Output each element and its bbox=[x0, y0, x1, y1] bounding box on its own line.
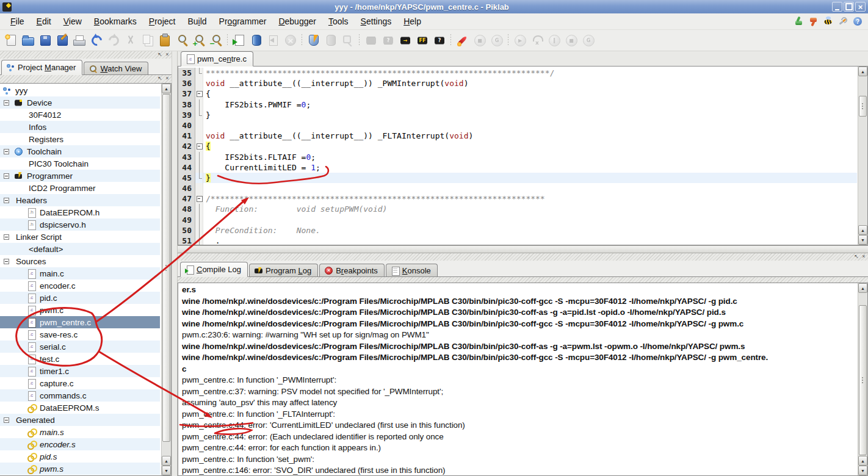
stop-operations-button[interactable] bbox=[282, 32, 299, 49]
tree-item-encoder-c[interactable]: encoder.c bbox=[0, 279, 160, 292]
dock-float-icon[interactable]: ↖ bbox=[157, 51, 163, 58]
compile-file-button[interactable] bbox=[231, 32, 248, 49]
print-button[interactable] bbox=[71, 32, 88, 49]
tree-item-headers[interactable]: Headers bbox=[0, 194, 160, 206]
menu-edit[interactable]: Edit bbox=[31, 15, 57, 28]
tree-item-pid-s[interactable]: pid.s bbox=[0, 450, 160, 463]
scroll-up-icon[interactable]: ▲ bbox=[858, 456, 867, 466]
dock-handle[interactable]: ↖ × bbox=[178, 253, 868, 261]
tree-scrollbar[interactable]: ▲ ▲ ▼ bbox=[161, 84, 171, 475]
tree-item-main-s[interactable]: main.s bbox=[0, 426, 160, 438]
tab-watch-view[interactable]: Watch View bbox=[84, 62, 148, 74]
menu-programmer[interactable]: Programmer bbox=[214, 15, 272, 28]
scroll-down-icon[interactable]: ▼ bbox=[858, 466, 867, 475]
tree-item-pwm-c[interactable]: pwm.c bbox=[0, 304, 160, 316]
stop-button[interactable]: ■ bbox=[471, 32, 488, 49]
menu-tools[interactable]: Tools bbox=[323, 15, 354, 28]
find-previous-button[interactable]: − bbox=[208, 32, 225, 49]
scrollbar-thumb[interactable] bbox=[162, 94, 170, 442]
read-device-button[interactable]: → bbox=[397, 32, 414, 49]
code-editor[interactable]: 35**************************************… bbox=[178, 67, 868, 245]
expander-icon[interactable] bbox=[4, 100, 9, 106]
run-button[interactable] bbox=[454, 32, 471, 49]
close-button[interactable] bbox=[855, 2, 866, 12]
report-bug-icon[interactable] bbox=[823, 16, 834, 27]
tree-item-dspicservo-h[interactable]: dspicservo.h bbox=[0, 218, 160, 231]
tree-item-pwm-s[interactable]: pwm.s bbox=[0, 463, 160, 475]
find-button[interactable] bbox=[173, 32, 190, 49]
tree-item-registers[interactable]: Registers bbox=[0, 133, 160, 145]
splitter-vertical[interactable] bbox=[172, 51, 178, 476]
tree-item-capture-c[interactable]: capture.c bbox=[0, 377, 160, 389]
undo-button[interactable] bbox=[88, 32, 105, 49]
tree-item-main-c[interactable]: main.c bbox=[0, 267, 160, 279]
expander-icon[interactable] bbox=[4, 234, 9, 240]
scroll-up-icon[interactable]: ▲ bbox=[858, 67, 867, 76]
blank-check-device-button[interactable]: ? bbox=[431, 32, 448, 49]
save-file-button[interactable] bbox=[37, 32, 54, 49]
fold-marker[interactable] bbox=[195, 141, 203, 151]
dock-float-icon[interactable]: ↖ bbox=[157, 75, 163, 82]
tree-item-serial-c[interactable]: serial.c bbox=[0, 341, 160, 353]
tree-item-icd2-programmer[interactable]: ICD2 Programmer bbox=[0, 182, 160, 194]
dock-handle[interactable]: ↖ × bbox=[0, 51, 172, 59]
dock-close-icon[interactable]: × bbox=[164, 75, 170, 82]
compile-log-view[interactable]: er.swine /home/nkp/.wine/dosdevices/c:/P… bbox=[178, 283, 868, 476]
menu-view[interactable]: View bbox=[58, 15, 87, 28]
scrollbar-thumb[interactable] bbox=[859, 305, 867, 455]
program-device-button[interactable] bbox=[363, 32, 380, 49]
build-project-button[interactable] bbox=[305, 32, 322, 49]
expander-icon[interactable] bbox=[4, 149, 9, 154]
debug-step-button[interactable]: x bbox=[529, 32, 546, 49]
dock-close-icon[interactable]: × bbox=[164, 51, 170, 58]
cut-button[interactable] bbox=[122, 32, 139, 49]
tree-item-pid-c[interactable]: pid.c bbox=[0, 292, 160, 304]
connect-button[interactable] bbox=[339, 32, 356, 49]
feedback-positive-icon[interactable] bbox=[794, 16, 805, 27]
menu-bookmarks[interactable]: Bookmarks bbox=[89, 15, 142, 28]
menu-file[interactable]: File bbox=[5, 15, 30, 28]
tab-breakpoints[interactable]: Breakpoints bbox=[319, 264, 385, 276]
dock-handle[interactable]: ↖ × bbox=[0, 75, 172, 83]
tree-item-dataeeprom-s[interactable]: DataEEPROM.s bbox=[0, 402, 160, 414]
new-file-button[interactable] bbox=[2, 32, 20, 49]
tree-item-encoder-s[interactable]: encoder.s bbox=[0, 438, 160, 450]
tab-program-log[interactable]: Program Log bbox=[249, 264, 318, 276]
minimize-button[interactable] bbox=[832, 2, 842, 12]
log-scrollbar[interactable]: ▲ ▲ ▼ bbox=[858, 283, 867, 475]
expander-icon[interactable] bbox=[4, 198, 9, 203]
disassemble-file-button[interactable] bbox=[265, 32, 282, 49]
expander-icon[interactable] bbox=[4, 173, 9, 179]
dock-close-icon[interactable]: × bbox=[861, 253, 867, 260]
tree-item-infos[interactable]: Infos bbox=[0, 121, 160, 133]
tree-item-30f4012[interactable]: 30F4012 bbox=[0, 109, 160, 121]
maximize-button[interactable] bbox=[844, 2, 854, 12]
tree-item-programmer[interactable]: Programmer bbox=[0, 170, 160, 182]
expander-icon[interactable] bbox=[4, 259, 9, 264]
menu-help[interactable]: Help bbox=[398, 15, 427, 28]
menu-project[interactable]: Project bbox=[143, 15, 181, 28]
splitter-horizontal[interactable] bbox=[178, 245, 868, 253]
redo-button[interactable] bbox=[105, 32, 122, 49]
editor-tab-pwm-centre-c[interactable]: pwm_centre.c bbox=[181, 51, 253, 67]
dock-handle[interactable] bbox=[178, 277, 868, 283]
copy-button[interactable] bbox=[139, 32, 156, 49]
tree-item-pwm-centre-c[interactable]: pwm_centre.c bbox=[0, 316, 160, 328]
tree-item-save-res-c[interactable]: save-res.c bbox=[0, 328, 160, 341]
tree-item-pic30-toolchain[interactable]: PIC30 Toolchain bbox=[0, 157, 160, 170]
paste-button[interactable] bbox=[156, 32, 173, 49]
fold-marker[interactable] bbox=[195, 193, 203, 204]
scroll-up-icon[interactable]: ▲ bbox=[858, 283, 867, 293]
tree-item-toolchain[interactable]: Toolchain bbox=[0, 145, 160, 157]
scroll-up-icon[interactable]: ▲ bbox=[162, 456, 171, 466]
editor-scrollbar[interactable]: ▲ ▲ ▼ bbox=[858, 67, 867, 245]
tab-compile-log[interactable]: Compile Log bbox=[180, 262, 248, 277]
tree-item-linker-script[interactable]: Linker Script bbox=[0, 231, 160, 243]
erase-device-button[interactable]: FF bbox=[414, 32, 431, 49]
scroll-down-icon[interactable]: ▼ bbox=[858, 235, 867, 245]
restart-button[interactable]: G bbox=[488, 32, 505, 49]
debug-reset-button[interactable]: G bbox=[580, 32, 597, 49]
debug-run-button[interactable]: ▶ bbox=[512, 32, 529, 49]
scroll-up-icon[interactable]: ▲ bbox=[858, 225, 867, 235]
menu-debugger[interactable]: Debugger bbox=[273, 15, 322, 28]
